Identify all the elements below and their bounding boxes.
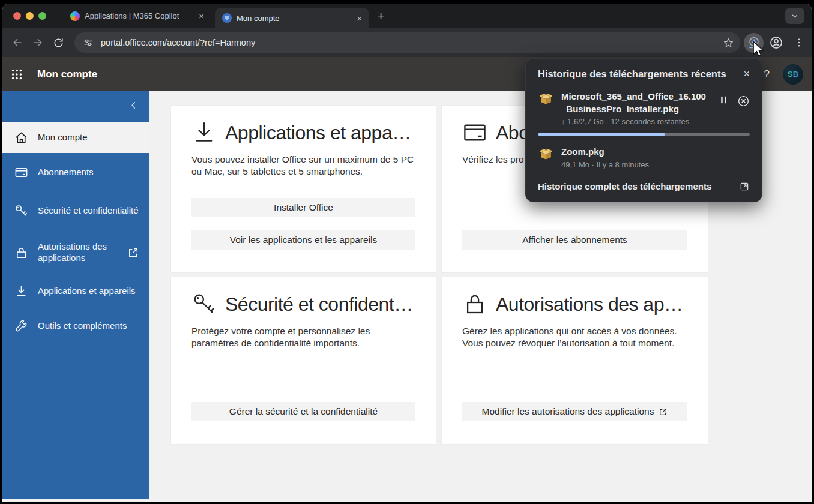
credit-card-icon <box>462 120 487 145</box>
tab-close-icon[interactable]: × <box>355 13 363 23</box>
download-icon <box>14 284 28 298</box>
sidebar-item-abonnements[interactable]: Abonnements <box>2 157 149 188</box>
tab-m365-copilot[interactable]: Applications | M365 Copilot × <box>63 6 211 26</box>
browser-menu-button[interactable] <box>789 32 809 53</box>
key-icon <box>14 204 28 218</box>
reload-icon <box>53 37 64 49</box>
wrench-icon <box>14 319 28 333</box>
reload-button[interactable] <box>48 32 68 53</box>
three-dot-menu-icon <box>794 37 804 48</box>
sidebar-item-mon-compte[interactable]: Mon compte <box>2 122 149 153</box>
download-item-office-installer[interactable]: Microsoft_365_and_Office_16.100 _Busines… <box>538 90 750 127</box>
card-description: Protégez votre compte et personnalisez l… <box>191 325 415 349</box>
download-icon <box>191 120 217 145</box>
zoom-window-button[interactable] <box>38 12 46 20</box>
waffle-grid-icon <box>10 68 23 81</box>
address-bar[interactable]: portal.office.com/account/?ref=Harmony <box>74 32 740 53</box>
back-button[interactable] <box>7 32 28 53</box>
package-icon <box>538 146 554 162</box>
credit-card-icon <box>14 166 28 179</box>
site-settings-tune-icon <box>83 37 94 48</box>
gerer-securite-button[interactable]: Gérer la sécurité et la confidentialité <box>191 402 415 421</box>
download-progress-bar <box>538 133 750 136</box>
avatar[interactable]: SB <box>783 64 803 85</box>
download-status: 49,1 Mo · Il y a 8 minutes <box>561 160 750 169</box>
tab-search-chevron-button[interactable] <box>785 8 804 24</box>
external-link-icon <box>127 247 139 259</box>
sidebar-item-label: Sécurité et confidentialité <box>38 205 139 217</box>
forward-arrow-icon <box>32 37 44 49</box>
lock-icon <box>14 246 28 260</box>
forward-button[interactable] <box>28 32 48 53</box>
sidebar: Mon compte Abonnements Sécurité et confi… <box>2 91 149 499</box>
package-icon <box>538 91 554 107</box>
download-item-zoom[interactable]: Zoom.pkg 49,1 Mo · Il y a 8 minutes <box>538 145 750 169</box>
key-icon <box>191 292 217 317</box>
tab-close-icon[interactable]: × <box>197 11 205 21</box>
downloads-popup: Historique des téléchargements récents ×… <box>525 58 762 202</box>
avatar-initials: SB <box>788 70 798 79</box>
profile-button[interactable] <box>766 32 786 53</box>
close-icon[interactable]: × <box>743 68 750 79</box>
account-favicon-icon <box>222 13 232 23</box>
open-in-new-icon <box>739 181 750 192</box>
chevron-down-icon <box>791 12 799 20</box>
help-button[interactable]: ? <box>764 68 770 80</box>
bookmark-star-icon[interactable] <box>723 37 734 49</box>
download-filename: Microsoft_365_and_Office_16.100 _Busines… <box>561 90 713 116</box>
downloads-popup-title: Historique des téléchargements récents <box>538 68 738 80</box>
installer-office-button[interactable]: Installer Office <box>191 198 415 217</box>
mouse-cursor <box>752 41 766 58</box>
download-status: ↓ 1,6/2,7 Go · 12 secondes restantes <box>561 117 713 126</box>
sidebar-item-label: Outils et compléments <box>38 320 139 332</box>
cancel-download-button[interactable] <box>737 95 750 107</box>
tab-strip: Applications | M365 Copilot × Mon compte… <box>2 4 812 28</box>
card-title: Sécurité et confidentialité <box>225 293 415 316</box>
card-applications-appareils: Applications et appareils Vous pouvez in… <box>170 105 436 273</box>
card-title: Autorisations des applications <box>496 293 687 316</box>
download-filename: Zoom.pkg <box>561 145 750 158</box>
modifier-autorisations-button[interactable]: Modifier les autorisations des applicati… <box>462 402 687 421</box>
tab-mon-compte[interactable]: Mon compte × <box>215 8 369 28</box>
sidebar-item-label: Abonnements <box>38 167 139 178</box>
card-securite-confidentialite: Sécurité et confidentialité Protégez vot… <box>170 277 436 445</box>
sidebar-collapse-button[interactable] <box>2 91 149 119</box>
button-label: Modifier les autorisations des applicati… <box>482 406 654 417</box>
sidebar-item-outils[interactable]: Outils et compléments <box>2 310 149 341</box>
browser-toolbar: portal.office.com/account/?ref=Harmony <box>2 28 812 57</box>
macos-traffic-lights <box>13 12 46 20</box>
afficher-abonnements-button[interactable]: Afficher les abonnements <box>462 230 687 250</box>
new-tab-button[interactable]: + <box>378 10 384 23</box>
app-launcher-button[interactable] <box>2 57 31 91</box>
copilot-favicon-icon <box>70 11 80 21</box>
pause-download-button[interactable] <box>719 95 729 105</box>
sidebar-item-securite[interactable]: Sécurité et confidentialité <box>2 191 149 230</box>
back-arrow-icon <box>11 37 23 49</box>
profile-icon <box>769 35 783 50</box>
card-description: Vous pouvez installer Office sur un maxi… <box>191 154 415 178</box>
minimize-window-button[interactable] <box>26 12 34 20</box>
lock-icon <box>462 292 487 317</box>
sidebar-item-applications[interactable]: Applications et appareils <box>2 275 149 307</box>
downloads-full-history-link[interactable]: Historique complet des téléchargements <box>538 181 750 194</box>
sidebar-item-label: Autorisations des applications <box>38 241 118 264</box>
link-label: Historique complet des téléchargements <box>538 181 739 191</box>
tab-label: Mon compte <box>237 14 351 23</box>
sidebar-item-autorisations[interactable]: Autorisations des applications <box>2 233 149 272</box>
card-description: Gérez les applications qui ont accès à v… <box>462 325 687 349</box>
sidebar-item-label: Applications et appareils <box>38 286 139 297</box>
browser-window: Applications | M365 Copilot × Mon compte… <box>2 4 812 502</box>
external-link-icon <box>659 407 668 416</box>
tab-label: Applications | M365 Copilot <box>85 11 193 20</box>
home-icon <box>14 131 28 145</box>
chevron-left-icon <box>129 101 138 110</box>
download-progress-fill <box>538 133 665 136</box>
sidebar-item-label: Mon compte <box>38 132 139 143</box>
url-text[interactable]: portal.office.com/account/?ref=Harmony <box>101 38 723 47</box>
card-autorisations-applications: Autorisations des applications Gérez les… <box>441 277 708 445</box>
close-window-button[interactable] <box>13 12 21 20</box>
voir-applications-button[interactable]: Voir les applications et les appareils <box>191 230 415 250</box>
card-title: Applications et appareils <box>225 122 415 144</box>
